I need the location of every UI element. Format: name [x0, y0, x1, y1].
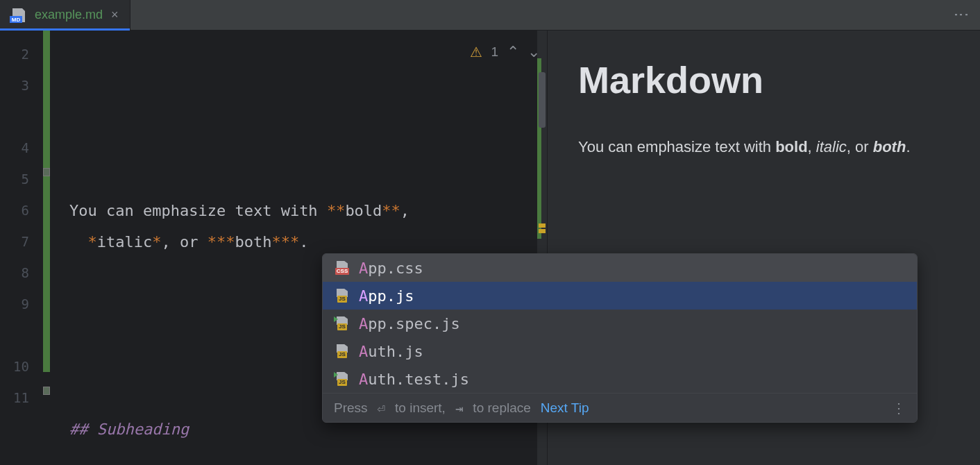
js-test-file-icon: JS — [334, 316, 350, 330]
scrollbar-thumb[interactable] — [539, 72, 546, 128]
js-file-icon: JS — [334, 344, 350, 358]
line-number[interactable]: 7 — [0, 226, 39, 257]
line-number[interactable]: 8 — [0, 257, 39, 289]
gutter: 2 3 4 5 6 7 8 9 10 11 — [0, 31, 39, 465]
warning-icon: ⚠ — [470, 44, 482, 60]
css-file-icon: CSS — [334, 261, 350, 275]
autocomplete-item[interactable]: JS App.spec.js — [323, 310, 917, 337]
next-tip-link[interactable]: Next Tip — [541, 400, 589, 416]
autocomplete-item-selected[interactable]: JS App.js — [323, 282, 917, 310]
inspections-widget[interactable]: ⚠ 1 ⌃ ⌄ — [470, 43, 540, 61]
chevron-down-icon[interactable]: ⌄ — [527, 43, 540, 61]
line-number[interactable]: 2 — [0, 39, 39, 70]
js-file-icon: JS — [334, 289, 350, 303]
close-icon[interactable]: × — [110, 8, 120, 22]
line-number[interactable]: 4 — [0, 133, 39, 164]
js-test-file-icon: JS — [334, 372, 350, 386]
chevron-up-icon[interactable]: ⌃ — [507, 43, 519, 61]
line-number[interactable]: 5 — [0, 164, 39, 195]
line-number[interactable]: 6 — [0, 195, 39, 226]
line-number[interactable]: 3 — [0, 70, 39, 133]
fold-marker[interactable] — [43, 168, 50, 176]
autocomplete-footer: Press ⏎ to insert, ⇥ to replace Next Tip… — [323, 393, 917, 422]
tab-options-menu[interactable]: ⋮ — [943, 0, 980, 30]
autocomplete-popup: CSS App.css JS App.js JS App.spec.js JS … — [322, 253, 918, 423]
code-line: You can emphasize text with **bold**, *i… — [67, 195, 547, 257]
fold-column — [39, 31, 67, 465]
autocomplete-item[interactable]: JS Auth.js — [323, 337, 917, 365]
enter-key-icon: ⏎ — [378, 400, 385, 416]
svg-text:MD: MD — [12, 17, 21, 23]
autocomplete-item[interactable]: CSS App.css — [323, 254, 917, 282]
autocomplete-item[interactable]: JS Auth.test.js — [323, 365, 917, 393]
preview-h1: Markdown — [578, 58, 952, 101]
kebab-icon[interactable]: ⋮ — [892, 400, 906, 416]
md-file-icon: MD — [10, 8, 28, 23]
fold-marker[interactable] — [43, 387, 50, 395]
vcs-change-stripe — [43, 31, 50, 372]
tab-name: example.md — [35, 8, 103, 22]
kebab-icon: ⋮ — [954, 7, 969, 24]
tab-example-md[interactable]: MD example.md × — [0, 0, 130, 30]
line-number[interactable]: 11 — [0, 382, 39, 414]
line-number[interactable]: 10 — [0, 351, 39, 382]
warning-count: 1 — [491, 44, 498, 60]
line-number[interactable]: 9 — [0, 289, 39, 351]
code-line — [67, 101, 547, 133]
tab-key-icon: ⇥ — [455, 400, 463, 416]
preview-paragraph: You can emphasize text with bold, italic… — [578, 132, 952, 162]
tab-bar: MD example.md × ⋮ — [0, 0, 980, 31]
